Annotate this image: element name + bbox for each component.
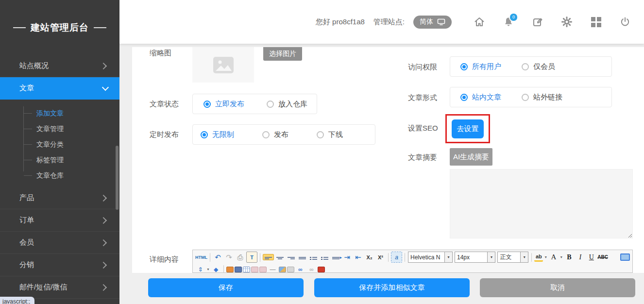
logo-dash-left [13, 27, 26, 28]
export-pdf-icon[interactable] [318, 267, 325, 272]
radio-no-limit[interactable]: 无限制 [201, 130, 234, 139]
settings-button[interactable] [560, 16, 573, 28]
cancel-button[interactable]: 取消 [480, 278, 635, 297]
app-logo: 建站管理后台 [0, 0, 119, 55]
font-color-icon[interactable]: A [548, 252, 559, 262]
radio-all-users[interactable]: 所有用户 [460, 62, 501, 71]
logout-button[interactable] [619, 16, 631, 28]
insert-image-icon[interactable] [226, 267, 234, 272]
summary-textarea[interactable] [450, 169, 633, 238]
unordered-list-icon[interactable] [320, 254, 330, 260]
indent-icon[interactable]: ⇥ [342, 252, 352, 262]
horizontal-rule-icon[interactable]: — [268, 264, 278, 273]
text-direction-icon[interactable] [331, 254, 341, 260]
font-family-select[interactable]: Helvetica N ▾ [408, 252, 453, 263]
superscript-icon[interactable]: X² [375, 252, 386, 262]
logo-dash-right [94, 27, 106, 28]
schedule-radio-group: 无限制 发布 下线 [192, 124, 375, 145]
radio-offline-time[interactable]: 下线 [317, 130, 343, 139]
red-annotation-box: 去设置 [445, 114, 490, 143]
insert-table-icon[interactable] [243, 267, 250, 272]
sidebar-subitem-tag-management[interactable]: 标签管理 [0, 152, 119, 168]
radio-put-in-warehouse[interactable]: 放入仓库 [267, 100, 307, 109]
paste-as-text-icon[interactable]: T [246, 252, 257, 263]
language-toggle[interactable]: 简体 [413, 16, 452, 29]
sidebar-scrollbar[interactable] [116, 146, 119, 210]
link-status-tooltip: javascript:; [0, 297, 34, 304]
summary-label: 文章摘要 [408, 153, 437, 162]
bold-icon[interactable]: B [564, 252, 574, 262]
radio-members-only[interactable]: 仅会员 [522, 62, 555, 71]
notifications-button[interactable]: 0 [502, 16, 515, 28]
font-size-select[interactable]: 14px ▾ [455, 252, 495, 263]
italic-icon[interactable]: I [575, 252, 585, 262]
image-placeholder-icon [213, 56, 234, 74]
radio-selected-icon [460, 63, 468, 70]
sidebar-subitem-article-categories[interactable]: 文章分类 [0, 136, 119, 152]
sidebar-item-products[interactable]: 产品 [0, 187, 119, 209]
grid-icon [591, 17, 601, 27]
redo-icon[interactable]: ↷ [224, 252, 234, 262]
home-button[interactable] [473, 16, 486, 28]
line-height-icon[interactable]: ⇕ [195, 264, 205, 273]
radio-onsite-article[interactable]: 站内文章 [460, 93, 501, 102]
save-button[interactable]: 保存 [148, 278, 304, 297]
subscript-icon[interactable]: X₂ [364, 252, 374, 262]
insert-map-icon[interactable] [251, 267, 258, 272]
ordered-list-icon[interactable] [308, 254, 319, 260]
sidebar-subitem-article-warehouse[interactable]: 文章仓库 [0, 168, 119, 183]
underline-icon[interactable]: U [586, 252, 596, 262]
insert-link-icon[interactable]: ∞ [295, 264, 305, 273]
char-border-icon[interactable]: a [391, 252, 402, 263]
radio-publish-now[interactable]: 立即发布 [203, 100, 244, 109]
radio-publish-time[interactable]: 发布 [262, 130, 288, 139]
sidebar-item-articles[interactable]: 文章 [0, 77, 119, 100]
format-eraser-icon[interactable]: ◆ [211, 264, 221, 273]
radio-external-link[interactable]: 站外链接 [522, 93, 562, 102]
go-setup-seo-button[interactable]: 去设置 [452, 119, 484, 138]
image-gallery-icon[interactable] [279, 267, 286, 272]
ai-generate-summary-button[interactable]: AI生成摘要 [450, 148, 492, 166]
align-center-icon[interactable] [275, 254, 285, 260]
choose-image-button[interactable]: 选择图片 [263, 47, 302, 61]
radio-selected-icon [201, 131, 208, 138]
anchor-icon[interactable] [287, 267, 294, 272]
power-icon [619, 16, 631, 28]
monitor-icon [437, 18, 445, 25]
chevron-right-icon [100, 261, 107, 268]
sidebar-item-distribution[interactable]: 分销 [0, 254, 119, 276]
insert-media-icon[interactable] [259, 267, 267, 272]
html-source-icon[interactable]: HTML [195, 252, 207, 262]
sidebar-item-site-overview[interactable]: 站点概况 [0, 55, 119, 77]
align-right-icon[interactable] [286, 254, 296, 260]
toolbar-sep [210, 253, 210, 262]
sidebar-subitem-add-article[interactable]: 添加文章 [0, 105, 119, 121]
remove-link-icon[interactable]: ∞ [306, 264, 317, 273]
chevron-right-icon [100, 284, 107, 290]
paragraph-style-select[interactable]: 正文 ▾ [497, 252, 528, 263]
app-title: 建站管理后台 [31, 21, 89, 34]
line-height-caret-icon[interactable]: ▾ [206, 264, 210, 273]
print-icon[interactable]: ⎙ [235, 252, 245, 262]
sidebar-subitem-article-management[interactable]: 文章管理 [0, 121, 119, 136]
edit-button[interactable] [531, 16, 544, 28]
strikethrough-icon[interactable]: ABC [597, 252, 608, 262]
schedule-label: 定时发布 [150, 130, 179, 139]
align-justify-icon[interactable] [297, 254, 307, 260]
outdent-icon[interactable]: ⇤ [353, 252, 363, 262]
toolbar-sep [388, 253, 389, 262]
apps-button[interactable] [590, 16, 602, 28]
save-and-add-similar-button[interactable]: 保存并添加相似文章 [314, 278, 470, 297]
sidebar-item-members[interactable]: 会员 [0, 232, 119, 254]
align-left-icon[interactable] [263, 254, 274, 260]
highlight-caret-icon[interactable]: ▾ [543, 252, 548, 262]
insert-video-icon[interactable] [235, 267, 242, 272]
editor-toolbar-row2: ⇕▾◆—∞∞ [195, 263, 630, 273]
sidebar-item-mail-sms-wechat[interactable]: 邮件/短信/微信 [0, 276, 119, 299]
undo-icon[interactable]: ↶ [213, 252, 223, 262]
fullscreen-icon[interactable] [620, 253, 630, 261]
thumbnail-preview[interactable] [192, 47, 254, 83]
font-color-caret-icon[interactable]: ▾ [559, 252, 563, 262]
highlight-color-icon[interactable]: ab [534, 253, 543, 262]
sidebar-item-orders[interactable]: 订单 [0, 209, 119, 232]
